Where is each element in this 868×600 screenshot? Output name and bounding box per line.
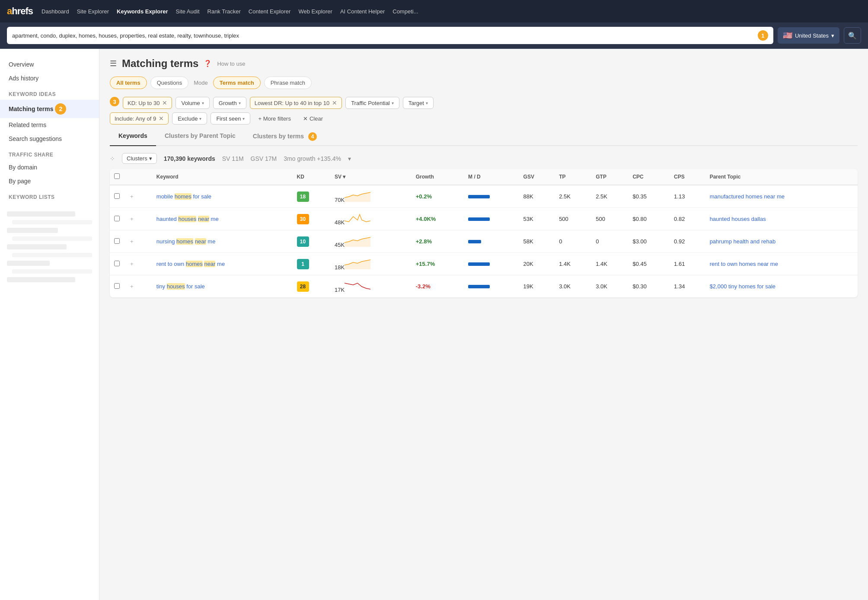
nav-ai-content-helper[interactable]: AI Content Helper xyxy=(340,8,385,15)
filter-first-seen[interactable]: First seen ▾ xyxy=(211,112,250,124)
keyword-link[interactable]: tiny houses for sale xyxy=(156,283,205,290)
sidebar-item-overview[interactable]: Overview xyxy=(0,57,99,71)
filter-kd[interactable]: KD: Up to 30 ✕ xyxy=(123,97,172,109)
sidebar-item-by-domain[interactable]: By domain xyxy=(0,160,99,174)
growth-chevron-icon: ▾ xyxy=(239,101,241,105)
sidebar-item-ads-history[interactable]: Ads history xyxy=(0,71,99,85)
filter-target[interactable]: Target ▾ xyxy=(403,97,434,109)
search-icon: 🔍 xyxy=(848,32,857,40)
sidebar-list-placeholder-3 xyxy=(7,244,67,249)
filter-include-close[interactable]: ✕ xyxy=(159,115,164,122)
clusters-dropdown[interactable]: Clusters ▾ xyxy=(122,153,157,164)
filters-row-1: 3 KD: Up to 30 ✕ Volume ▾ Growth ▾ Lowes… xyxy=(110,97,858,109)
keyword-link[interactable]: mobile homes for sale xyxy=(156,193,211,200)
parent-topic-link[interactable]: haunted houses dallas xyxy=(710,216,766,222)
filter-include[interactable]: Include: Any of 9 ✕ xyxy=(110,112,169,124)
parent-topic-link[interactable]: rent to own homes near me xyxy=(710,261,778,267)
nav-links: Dashboard Site Explorer Keywords Explore… xyxy=(41,8,418,15)
th-cpc[interactable]: CPC xyxy=(628,169,670,185)
keyword-link[interactable]: haunted houses near me xyxy=(156,216,219,222)
search-input-wrap[interactable]: apartment, condo, duplex, homes, houses,… xyxy=(7,27,773,44)
row-add-button[interactable]: + xyxy=(128,238,135,245)
hamburger-icon[interactable]: ☰ xyxy=(110,59,117,68)
sidebar-matching-terms-label: Matching terms xyxy=(9,105,53,112)
keyword-highlight: homes xyxy=(176,238,193,245)
filter-exclude[interactable]: Exclude ▾ xyxy=(172,112,207,124)
filter-growth[interactable]: Growth ▾ xyxy=(213,97,246,109)
row-growth-cell: +2.8% xyxy=(412,230,464,253)
row-add-button[interactable]: + xyxy=(128,261,135,267)
sidebar-item-matching-terms[interactable]: Matching terms 2 xyxy=(0,100,99,118)
logo[interactable]: ahrefs xyxy=(7,6,33,17)
row-gtp-cell: 1.4K xyxy=(591,253,628,275)
tab-phrase-match[interactable]: Phrase match xyxy=(264,77,312,89)
page-header: ☰ Matching terms ❓ How to use xyxy=(110,57,858,70)
row-gtp-cell: 500 xyxy=(591,208,628,230)
nav-content-explorer[interactable]: Content Explorer xyxy=(249,8,291,15)
table-tab-clusters-terms[interactable]: Clusters by terms 4 xyxy=(244,128,326,146)
sidebar-item-related-terms[interactable]: Related terms xyxy=(0,118,99,132)
row-add-button[interactable]: + xyxy=(128,283,135,290)
table-tab-keywords[interactable]: Keywords xyxy=(110,128,156,146)
keyword-highlight: houses xyxy=(178,216,196,222)
md-bar-fill xyxy=(468,217,490,221)
tab-terms-match[interactable]: Terms match xyxy=(213,77,261,89)
growth-chevron-icon[interactable]: ▾ xyxy=(348,155,351,162)
th-md[interactable]: M / D xyxy=(464,169,519,185)
row-sv-cell: 18K xyxy=(330,253,412,275)
filter-traffic-potential[interactable]: Traffic Potential ▾ xyxy=(345,97,399,109)
nav-site-audit[interactable]: Site Audit xyxy=(176,8,200,15)
nav-dashboard[interactable]: Dashboard xyxy=(41,8,69,15)
keyword-link[interactable]: nursing homes near me xyxy=(156,238,216,245)
nav-competi[interactable]: Competi... xyxy=(393,8,418,15)
filter-lowest-dr-close[interactable]: ✕ xyxy=(332,99,337,106)
nav-keywords-explorer[interactable]: Keywords Explorer xyxy=(117,8,168,15)
th-sv[interactable]: SV ▾ xyxy=(330,169,412,185)
nav-site-explorer[interactable]: Site Explorer xyxy=(77,8,109,15)
sv-value: 48K xyxy=(335,219,345,226)
row-gsv-cell: 88K xyxy=(519,185,555,208)
th-gtp[interactable]: GTP xyxy=(591,169,628,185)
filter-clear-button[interactable]: ✕ Clear xyxy=(299,112,327,124)
sidebar-item-by-page[interactable]: By page xyxy=(0,174,99,188)
how-to-use-link[interactable]: How to use xyxy=(217,61,245,67)
filter-more-button[interactable]: + More filters xyxy=(254,112,295,124)
row-keyword-cell: haunted houses near me xyxy=(152,208,293,230)
th-tp[interactable]: TP xyxy=(555,169,591,185)
th-parent-topic[interactable]: Parent Topic xyxy=(705,169,858,185)
th-cps[interactable]: CPS xyxy=(670,169,705,185)
first-seen-chevron-icon: ▾ xyxy=(243,116,245,121)
filter-lowest-dr[interactable]: Lowest DR: Up to 40 in top 10 ✕ xyxy=(250,97,342,109)
row-add-button[interactable]: + xyxy=(128,216,135,222)
sidebar-item-search-suggestions[interactable]: Search suggestions xyxy=(0,132,99,146)
filter-volume[interactable]: Volume ▾ xyxy=(176,97,209,109)
th-keyword[interactable]: Keyword xyxy=(152,169,293,185)
sv-value: 17K xyxy=(335,287,345,293)
row-checkbox[interactable] xyxy=(114,238,120,244)
th-kd[interactable]: KD xyxy=(293,169,330,185)
select-all-checkbox[interactable] xyxy=(114,173,120,179)
th-gsv[interactable]: GSV xyxy=(519,169,555,185)
keyword-link[interactable]: rent to own homes near me xyxy=(156,261,225,267)
parent-topic-link[interactable]: $2,000 tiny homes for sale xyxy=(710,283,775,290)
row-gtp-cell: 0 xyxy=(591,230,628,253)
filter-kd-close[interactable]: ✕ xyxy=(162,99,167,106)
table-row: +mobile homes for sale1870K +0.2%88K2.5K… xyxy=(110,185,858,208)
row-checkbox[interactable] xyxy=(114,216,120,221)
search-bar: apartment, condo, duplex, homes, houses,… xyxy=(0,22,868,49)
row-checkbox[interactable] xyxy=(114,193,120,199)
th-growth[interactable]: Growth xyxy=(412,169,464,185)
parent-topic-link[interactable]: pahrump health and rehab xyxy=(710,238,776,245)
nav-web-explorer[interactable]: Web Explorer xyxy=(298,8,332,15)
country-selector[interactable]: 🇺🇸 United States ▾ xyxy=(778,27,839,44)
table-tab-clusters-parent[interactable]: Clusters by Parent Topic xyxy=(156,128,244,146)
parent-topic-link[interactable]: manufactured homes near me xyxy=(710,193,785,200)
tab-questions[interactable]: Questions xyxy=(150,77,189,89)
search-button[interactable]: 🔍 xyxy=(844,27,861,44)
filters-row-2: Include: Any of 9 ✕ Exclude ▾ First seen… xyxy=(110,112,858,124)
row-add-button[interactable]: + xyxy=(128,193,135,200)
row-checkbox[interactable] xyxy=(114,283,120,289)
row-checkbox[interactable] xyxy=(114,261,120,266)
tab-all-terms[interactable]: All terms xyxy=(110,77,147,89)
nav-rank-tracker[interactable]: Rank Tracker xyxy=(207,8,241,15)
